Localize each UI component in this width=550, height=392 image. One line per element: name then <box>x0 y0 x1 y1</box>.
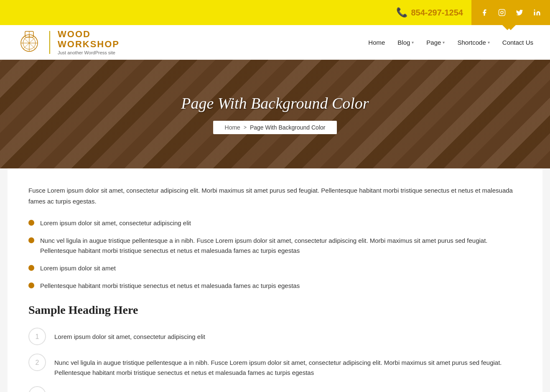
blog-chevron-icon: ▾ <box>412 40 414 45</box>
list-item: Pellentesque habitant morbi tristique se… <box>28 281 522 291</box>
breadcrumb-home-link[interactable]: Home <box>225 124 240 131</box>
twitter-icon[interactable] <box>511 0 528 25</box>
logo-subtitle: Just another WordPress site <box>58 50 120 55</box>
list-item: 2 Nunc vel ligula in augue tristique pel… <box>28 354 522 378</box>
facebook-icon[interactable] <box>476 0 493 25</box>
number-badge-2: 2 <box>28 354 46 371</box>
svg-point-2 <box>503 10 504 11</box>
list-item: Lorem ipsum dolor sit amet <box>28 263 522 273</box>
nav-shortcode[interactable]: Shortcode ▾ <box>457 39 489 46</box>
svg-rect-3 <box>534 12 535 15</box>
list-item: Nunc vel ligula in augue tristique pelle… <box>28 236 522 256</box>
list-item: Lorem ipsum dolor sit amet, consectetur … <box>28 218 522 228</box>
intro-paragraph: Fusce Lorem ipsum dolor sit amet, consec… <box>28 185 522 206</box>
logo-divider <box>49 31 50 54</box>
logo-area[interactable]: WOODWORKSHOP Just another WordPress site <box>17 29 120 55</box>
bullet-text-1: Lorem ipsum dolor sit amet, consectetur … <box>40 218 191 228</box>
numbered-text-2: Nunc vel ligula in augue tristique pelle… <box>54 354 522 378</box>
bullet-list: Lorem ipsum dolor sit amet, consectetur … <box>28 218 522 291</box>
bullet-icon <box>28 283 34 288</box>
nav-blog[interactable]: Blog ▾ <box>397 39 414 46</box>
nav-home[interactable]: Home <box>368 39 385 46</box>
social-icons-container <box>471 0 550 25</box>
site-header: WOODWORKSHOP Just another WordPress site… <box>0 25 550 60</box>
top-bar: 📞 854-297-1254 <box>0 0 550 25</box>
hero-background <box>0 60 550 168</box>
hero-banner: Page With Background Color Home > Page W… <box>0 60 550 168</box>
list-item: 3 Lorem ipsum dolor sit amet <box>28 387 522 392</box>
svg-point-1 <box>501 11 503 14</box>
phone-number: 854-297-1254 <box>411 8 463 18</box>
logo-title: WOODWORKSHOP <box>58 29 120 49</box>
phone-icon: 📞 <box>396 7 407 18</box>
linkedin-icon[interactable] <box>528 0 546 25</box>
instagram-icon[interactable] <box>493 0 511 25</box>
nav-contact[interactable]: Contact Us <box>502 39 533 46</box>
list-item: 1 Lorem ipsum dolor sit amet, consectetu… <box>28 328 522 345</box>
breadcrumb-current-page: Page With Background Color <box>250 124 326 131</box>
numbered-list: 1 Lorem ipsum dolor sit amet, consectetu… <box>28 328 522 392</box>
breadcrumb: Home > Page With Background Color <box>213 121 337 134</box>
nav-page[interactable]: Page ▾ <box>426 39 445 46</box>
main-nav: Home Blog ▾ Page ▾ Shortcode ▾ Contact U… <box>368 39 533 46</box>
bullet-icon <box>28 237 34 243</box>
bullet-text-4: Pellentesque habitant morbi tristique se… <box>40 281 300 291</box>
svg-point-4 <box>534 10 535 11</box>
section-heading: Sample Heading Here <box>28 303 522 317</box>
hero-title: Page With Background Color <box>181 94 369 112</box>
shortcode-chevron-icon: ▾ <box>488 40 490 45</box>
numbered-text-1: Lorem ipsum dolor sit amet, consectetur … <box>54 328 205 342</box>
numbered-text-3: Lorem ipsum dolor sit amet <box>54 387 130 392</box>
main-content: Fusce Lorem ipsum dolor sit amet, consec… <box>12 168 538 392</box>
phone-display[interactable]: 📞 854-297-1254 <box>396 7 463 18</box>
content-wrapper: Fusce Lorem ipsum dolor sit amet, consec… <box>8 168 542 392</box>
bullet-text-3: Lorem ipsum dolor sit amet <box>40 263 116 273</box>
bullet-icon <box>28 265 34 271</box>
page-chevron-icon: ▾ <box>443 40 445 45</box>
number-badge-3: 3 <box>28 386 46 392</box>
svg-rect-0 <box>499 10 505 16</box>
bullet-text-2: Nunc vel ligula in augue tristique pelle… <box>40 236 522 256</box>
logo-icon <box>17 30 42 55</box>
breadcrumb-separator: > <box>244 125 247 130</box>
number-badge-1: 1 <box>28 328 46 345</box>
logo-text: WOODWORKSHOP Just another WordPress site <box>58 29 120 55</box>
bullet-icon <box>28 220 34 226</box>
